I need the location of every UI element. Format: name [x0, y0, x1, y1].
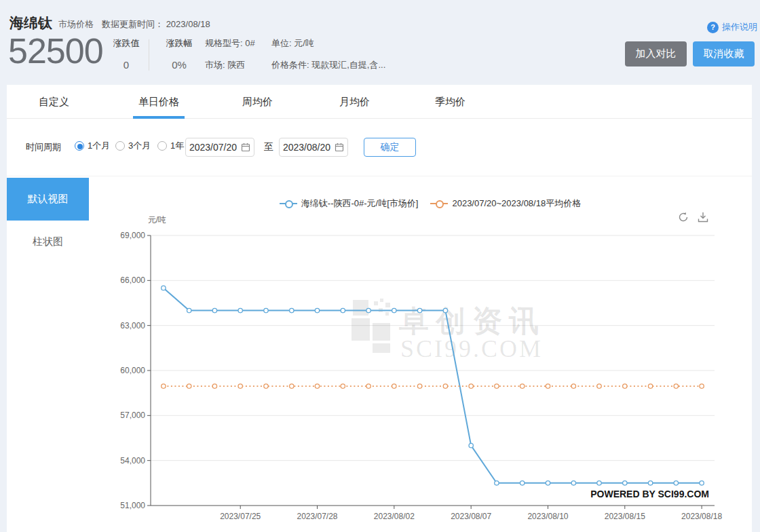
data-point[interactable]: [341, 308, 345, 312]
data-point[interactable]: [443, 384, 447, 388]
spec-line: 规格型号: 0#: [205, 37, 255, 50]
change-value-label: 涨跌值: [105, 37, 147, 50]
legend-item-average-price[interactable]: 2023/07/20~2023/08/18平均价格: [430, 197, 581, 210]
legend-label-market-price: 海绵钛--陕西-0#-元/吨[市场价]: [301, 197, 419, 210]
data-point[interactable]: [238, 308, 242, 312]
legend-marker-blue-icon: [280, 203, 297, 204]
data-point[interactable]: [290, 384, 294, 388]
question-circle-icon: ?: [707, 22, 719, 33]
data-point[interactable]: [238, 384, 242, 388]
data-point[interactable]: [162, 286, 166, 290]
help-link[interactable]: ? 操作说明: [707, 21, 757, 33]
data-point[interactable]: [417, 384, 421, 388]
svg-text:66,000: 66,000: [120, 276, 145, 285]
data-point[interactable]: [212, 308, 216, 312]
sidebar-item-bar-chart[interactable]: 柱状图: [7, 235, 89, 248]
data-point[interactable]: [187, 308, 191, 312]
data-point[interactable]: [597, 384, 601, 388]
data-point[interactable]: [469, 384, 473, 388]
spec-market-block: 规格型号: 0# 市场: 陕西: [205, 37, 255, 71]
unit-condition-block: 单位: 元/吨 价格条件: 现款现汇,自提,含...: [271, 37, 385, 71]
axis-labels: 51,00054,00057,00060,00063,00066,00069,0…: [120, 231, 722, 521]
data-point[interactable]: [392, 308, 396, 312]
market-line: 市场: 陕西: [205, 59, 255, 71]
data-point[interactable]: [571, 384, 575, 388]
data-point[interactable]: [187, 384, 191, 388]
svg-text:69,000: 69,000: [120, 231, 145, 240]
radio-1-month[interactable]: 1个月: [75, 140, 110, 152]
data-point[interactable]: [546, 384, 550, 388]
data-point[interactable]: [495, 384, 499, 388]
svg-text:54,000: 54,000: [120, 456, 145, 466]
data-point[interactable]: [443, 308, 447, 312]
data-point[interactable]: [674, 384, 678, 388]
calendar-icon: [335, 142, 344, 152]
svg-text:2023/08/18: 2023/08/18: [681, 512, 722, 521]
data-point[interactable]: [315, 308, 319, 312]
data-point[interactable]: [366, 308, 370, 312]
data-point[interactable]: [392, 384, 396, 388]
tab-daily-price[interactable]: 单日价格: [138, 85, 179, 119]
add-compare-button[interactable]: 加入对比: [625, 41, 687, 66]
update-time-value: 2023/08/18: [166, 19, 210, 29]
data-point[interactable]: [162, 384, 166, 388]
change-value: 0: [105, 59, 147, 71]
radio-dot-icon: [75, 141, 84, 151]
data-point[interactable]: [648, 384, 652, 388]
radio-1-year[interactable]: 1年: [157, 140, 184, 152]
page-title: 海绵钛: [10, 14, 52, 33]
app-root: 海绵钛 市场价格 数据更新时间： 2023/08/18 ? 操作说明 52500…: [0, 0, 760, 532]
unfavorite-button[interactable]: 取消收藏: [693, 41, 755, 66]
confirm-button[interactable]: 确定: [364, 138, 416, 157]
data-point[interactable]: [674, 481, 678, 485]
watermark-en-text: SCI99.COM: [400, 335, 543, 362]
data-point[interactable]: [264, 308, 268, 312]
tab-quarterly-avg[interactable]: 季均价: [435, 85, 466, 119]
svg-text:2023/07/28: 2023/07/28: [297, 512, 337, 521]
data-point[interactable]: [520, 384, 525, 388]
data-point[interactable]: [597, 481, 601, 485]
date-to-input[interactable]: 2023/08/20: [279, 138, 348, 157]
tab-weekly-avg[interactable]: 周均价: [242, 85, 273, 119]
svg-text:2023/08/02: 2023/08/02: [374, 512, 415, 521]
data-point[interactable]: [700, 384, 704, 388]
data-point[interactable]: [495, 481, 499, 485]
radio-dot-icon: [115, 141, 125, 151]
data-point[interactable]: [700, 481, 704, 485]
powered-by-text: POWERED BY SCI99.COM: [590, 489, 709, 499]
data-point[interactable]: [212, 384, 216, 388]
price-line-chart: 元/吨 卓创资讯 SCI99.COM 51,0005: [109, 210, 752, 532]
data-point[interactable]: [546, 481, 550, 485]
sidebar-item-default-view[interactable]: 默认视图: [7, 178, 89, 221]
svg-text:57,000: 57,000: [120, 411, 145, 420]
date-from-value: 2023/07/20: [189, 142, 237, 153]
data-point[interactable]: [623, 384, 627, 388]
data-point[interactable]: [469, 443, 473, 447]
tab-custom[interactable]: 自定义: [39, 85, 69, 119]
change-value-block: 涨跌值 0: [105, 37, 147, 71]
legend-item-market-price[interactable]: 海绵钛--陕西-0#-元/吨[市场价]: [280, 197, 419, 210]
page-subtitle: 市场价格: [58, 18, 94, 31]
chart-legend: 海绵钛--陕西-0#-元/吨[市场价] 2023/07/20~2023/08/1…: [109, 197, 752, 210]
axes: [147, 235, 715, 509]
svg-text:2023/08/15: 2023/08/15: [605, 512, 645, 521]
legend-label-average-price: 2023/07/20~2023/08/18平均价格: [452, 197, 581, 210]
tab-monthly-avg[interactable]: 月均价: [339, 85, 370, 119]
change-pct-value: 0%: [158, 59, 200, 71]
data-point[interactable]: [290, 308, 294, 312]
data-point[interactable]: [341, 384, 345, 388]
data-point[interactable]: [315, 384, 319, 388]
svg-text:2023/07/25: 2023/07/25: [220, 512, 261, 521]
data-point[interactable]: [264, 384, 268, 388]
data-point[interactable]: [366, 384, 370, 388]
date-from-input[interactable]: 2023/07/20: [185, 138, 254, 157]
radio-3-month[interactable]: 3个月: [115, 140, 151, 152]
data-point[interactable]: [417, 308, 421, 312]
data-point[interactable]: [520, 481, 525, 485]
radio-1-year-label: 1年: [170, 140, 184, 152]
data-point[interactable]: [571, 481, 575, 485]
data-point[interactable]: [648, 481, 652, 485]
data-point[interactable]: [623, 481, 627, 485]
unit-line: 单位: 元/吨: [271, 37, 385, 50]
date-range-to-label: 至: [264, 141, 273, 153]
